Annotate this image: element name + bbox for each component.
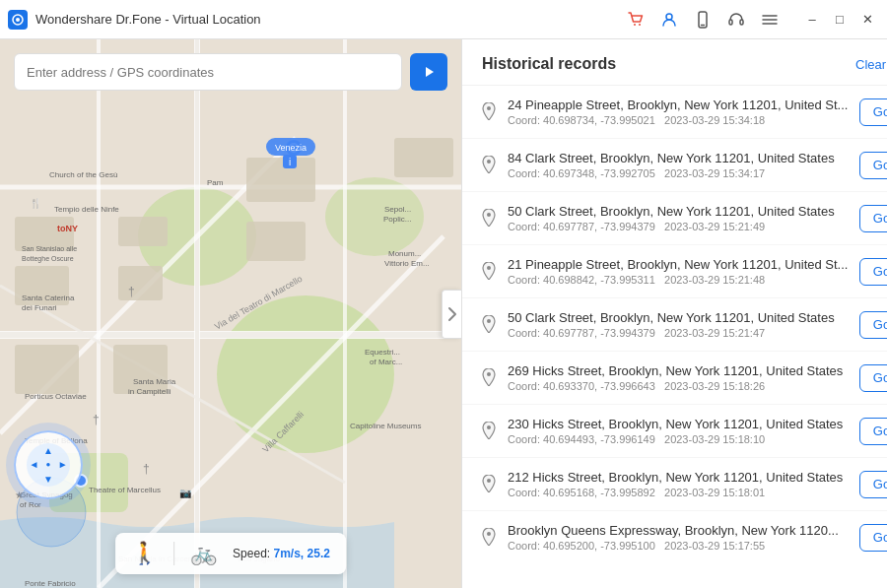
maximize-button[interactable]: □ (828, 8, 852, 32)
compass-down[interactable]: ▼ (43, 474, 53, 485)
record-item: 50 Clark Street, Brooklyn, New York 1120… (462, 298, 887, 352)
svg-text:Theatre of Marcellus: Theatre of Marcellus (89, 486, 161, 494)
pin-icon (482, 102, 496, 124)
svg-rect-32 (246, 222, 306, 261)
svg-text:of Marc...: of Marc... (370, 358, 402, 366)
collapse-handle[interactable] (442, 290, 461, 339)
record-item: 269 Hicks Street, Brooklyn, New York 112… (462, 352, 887, 405)
svg-point-80 (487, 160, 491, 163)
record-meta: Coord: 40.697787, -73.994379 2023-03-29 … (508, 327, 848, 339)
record-item: 84 Clark Street, Brooklyn, New York 1120… (462, 139, 887, 192)
svg-text:Tempio delle Ninfe: Tempio delle Ninfe (54, 205, 119, 214)
svg-point-83 (487, 319, 491, 323)
compass-right[interactable]: ► (58, 459, 68, 470)
record-meta: Coord: 40.694493, -73.996149 2023-03-29 … (508, 433, 848, 445)
svg-point-4 (666, 14, 672, 20)
svg-point-2 (634, 24, 636, 26)
svg-rect-33 (394, 138, 453, 177)
svg-text:📷: 📷 (179, 487, 192, 499)
go-button[interactable]: Go (859, 311, 887, 339)
record-item: 21 Pineapple Street, Brooklyn, New York … (462, 245, 887, 298)
record-item: 212 Hicks Street, Brooklyn, New York 112… (462, 458, 887, 511)
record-meta: Coord: 40.697787, -73.994379 2023-03-29 … (508, 221, 848, 232)
svg-text:Capitoline Museums: Capitoline Museums (350, 422, 421, 430)
go-button[interactable]: Go (859, 152, 887, 179)
svg-rect-31 (246, 158, 315, 202)
pin-icon (482, 528, 496, 550)
speed-divider (173, 542, 174, 565)
svg-point-81 (487, 213, 491, 217)
pin-icon (482, 315, 496, 337)
go-button[interactable]: Go (859, 258, 887, 286)
svg-text:of Ror: of Ror (20, 500, 41, 509)
user-icon[interactable] (658, 9, 680, 31)
record-info: 50 Clark Street, Brooklyn, New York 1120… (508, 204, 848, 232)
cart-icon[interactable] (625, 9, 647, 31)
svg-text:i: i (289, 157, 291, 167)
close-button[interactable]: ✕ (855, 8, 879, 32)
record-info: 84 Clark Street, Brooklyn, New York 1120… (508, 151, 848, 179)
svg-point-1 (16, 18, 20, 22)
svg-rect-34 (15, 345, 79, 394)
record-meta: Coord: 40.698734, -73.995021 2023-03-29 … (508, 114, 848, 126)
record-meta: Coord: 40.693370, -73.996643 2023-03-29 … (508, 380, 848, 392)
map-background: Via del Teatro di Marcello Villa Caffare… (0, 39, 461, 588)
go-button[interactable]: Go (859, 205, 887, 232)
panel-header: Historical records Clear All (462, 39, 887, 86)
bike-icon: 🚲 (190, 541, 217, 566)
record-info: Brooklyn Queens Expressway, Brooklyn, Ne… (508, 523, 848, 552)
svg-text:Porticus Octaviae: Porticus Octaviae (25, 392, 87, 401)
record-address: Brooklyn Queens Expressway, Brooklyn, Ne… (508, 523, 848, 538)
compass-left[interactable]: ◄ (29, 459, 38, 470)
pin-icon (482, 156, 496, 177)
record-info: 21 Pineapple Street, Brooklyn, New York … (508, 257, 848, 286)
record-meta: Coord: 40.697348, -73.992705 2023-03-29 … (508, 167, 848, 179)
record-meta: Coord: 40.695200, -73.995100 2023-03-29 … (508, 540, 848, 552)
pin-icon (482, 422, 496, 443)
headset-icon[interactable] (725, 9, 747, 31)
svg-point-79 (487, 106, 491, 110)
svg-text:🍴: 🍴 (30, 197, 42, 210)
go-button[interactable]: Go (859, 471, 887, 498)
main-content: Via del Teatro di Marcello Villa Caffare… (0, 39, 887, 588)
svg-text:†: † (143, 462, 150, 476)
record-address: 84 Clark Street, Brooklyn, New York 1120… (508, 151, 848, 165)
go-button[interactable]: Go (859, 98, 887, 126)
record-info: 24 Pineapple Street, Brooklyn, New York … (508, 98, 848, 126)
record-info: 269 Hicks Street, Brooklyn, New York 112… (508, 363, 848, 392)
go-button[interactable]: Go (859, 524, 887, 552)
search-bar (14, 53, 447, 91)
map-area[interactable]: Via del Teatro di Marcello Villa Caffare… (0, 39, 461, 588)
svg-rect-8 (740, 20, 743, 25)
search-button[interactable] (410, 53, 447, 91)
pin-icon (482, 368, 496, 390)
compass-up[interactable]: ▲ (43, 445, 53, 456)
nav-compass[interactable]: ▲ ◄ ● ► ▼ (14, 430, 83, 499)
speed-value: 7m/s, 25.2 (274, 547, 330, 560)
record-item: Brooklyn Queens Expressway, Brooklyn, Ne… (462, 511, 887, 563)
record-address: 230 Hicks Street, Brooklyn, New York 112… (508, 417, 848, 431)
walk-icon: 🚶 (131, 541, 158, 566)
go-button[interactable]: Go (859, 418, 887, 445)
svg-text:Vittorio Em...: Vittorio Em... (384, 259, 430, 268)
clear-all-button[interactable]: Clear All (855, 57, 887, 72)
menu-icon[interactable] (759, 9, 781, 31)
record-info: 50 Clark Street, Brooklyn, New York 1120… (508, 310, 848, 339)
app-title: Wondershare Dr.Fone - Virtual Location (35, 12, 261, 27)
phone-icon[interactable] (692, 9, 714, 31)
svg-text:Equestri...: Equestri... (365, 348, 400, 357)
go-button[interactable]: Go (859, 364, 887, 392)
title-bar-left: Wondershare Dr.Fone - Virtual Location (8, 10, 261, 30)
minimize-button[interactable]: – (800, 8, 824, 32)
app-icon (8, 10, 28, 30)
record-address: 21 Pineapple Street, Brooklyn, New York … (508, 257, 848, 272)
search-input[interactable] (14, 53, 402, 91)
svg-point-87 (487, 532, 491, 536)
record-address: 212 Hicks Street, Brooklyn, New York 112… (508, 470, 848, 485)
pin-icon (482, 475, 496, 496)
svg-text:Venezia: Venezia (275, 143, 307, 153)
svg-text:Botteghe Oscure: Botteghe Oscure (22, 255, 74, 263)
title-bar: Wondershare Dr.Fone - Virtual Location –… (0, 0, 887, 39)
speed-indicator: 🚶 🚲 Speed: 7m/s, 25.2 (115, 533, 346, 574)
compass-center-dot: ● (46, 460, 51, 469)
